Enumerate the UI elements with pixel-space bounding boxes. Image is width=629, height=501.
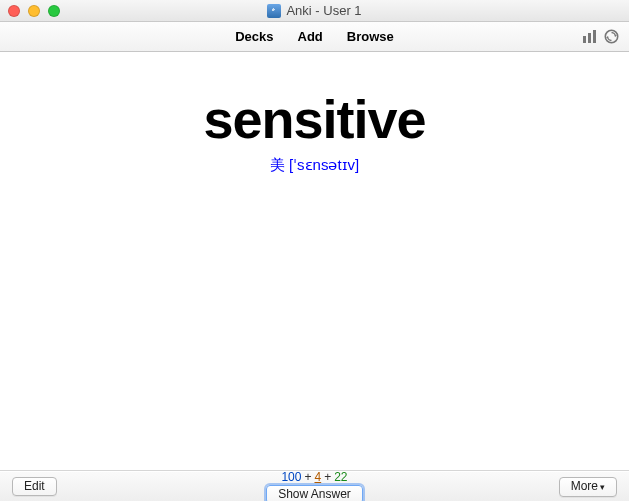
count-due: 22 <box>334 470 347 484</box>
bottom-bar: Edit 100 + 4 + 22 Show Answer More▾ <box>0 471 629 501</box>
card-area: sensitive 美 [ˈsɛnsətɪv] <box>0 52 629 471</box>
nav-browse[interactable]: Browse <box>347 29 394 44</box>
minimize-icon[interactable] <box>28 5 40 17</box>
toolbar: Decks Add Browse <box>0 22 629 52</box>
chevron-down-icon: ▾ <box>600 482 605 492</box>
nav-decks[interactable]: Decks <box>235 29 273 44</box>
more-label: More <box>571 479 598 493</box>
count-learning: 4 <box>314 470 321 484</box>
plus-1: + <box>304 470 311 484</box>
toolbar-center: Decks Add Browse <box>235 29 394 44</box>
more-button[interactable]: More▾ <box>559 477 617 497</box>
center-group: 100 + 4 + 22 Show Answer <box>266 470 363 502</box>
svg-rect-0 <box>583 36 586 43</box>
review-counts: 100 + 4 + 22 <box>281 470 347 484</box>
count-new: 100 <box>281 470 301 484</box>
window-title: Anki - User 1 <box>286 3 361 18</box>
edit-button[interactable]: Edit <box>12 477 57 496</box>
window-title-wrap: Anki - User 1 <box>0 3 629 18</box>
zoom-icon[interactable] <box>48 5 60 17</box>
app-icon <box>267 4 281 18</box>
show-answer-button[interactable]: Show Answer <box>266 485 363 502</box>
svg-rect-2 <box>593 30 596 43</box>
card-front-reading: 美 [ˈsɛnsətɪv] <box>270 156 360 175</box>
window-controls <box>8 5 60 17</box>
svg-rect-1 <box>588 33 591 43</box>
titlebar: Anki - User 1 <box>0 0 629 22</box>
close-icon[interactable] <box>8 5 20 17</box>
toolbar-right <box>582 29 619 44</box>
plus-2: + <box>324 470 331 484</box>
stats-icon[interactable] <box>582 30 598 44</box>
card-front-word: sensitive <box>203 88 425 150</box>
sync-icon[interactable] <box>604 29 619 44</box>
nav-add[interactable]: Add <box>298 29 323 44</box>
